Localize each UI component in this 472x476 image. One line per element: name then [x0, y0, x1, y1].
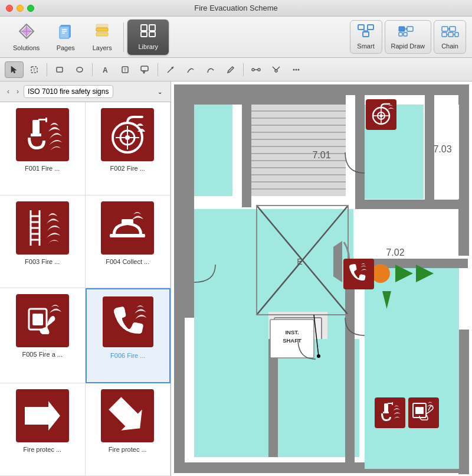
- svg-rect-158: [415, 407, 424, 414]
- layers-button[interactable]: Layers: [84, 19, 120, 55]
- list-item[interactable]: F004 Collect ...: [86, 195, 171, 289]
- library-button[interactable]: Library: [127, 19, 169, 55]
- svg-rect-14: [141, 32, 147, 37]
- svg-rect-98: [185, 95, 194, 207]
- list-item[interactable]: F002 Fire ...: [86, 102, 171, 195]
- curve-tool[interactable]: [201, 61, 220, 78]
- tools-divider-2: [92, 63, 93, 76]
- fire-sign-f006: [101, 295, 155, 348]
- svg-rect-13: [149, 25, 155, 31]
- solutions-button[interactable]: Solutions: [6, 19, 47, 55]
- svg-rect-62: [45, 118, 47, 122]
- more-tool[interactable]: [287, 61, 306, 78]
- svg-rect-11: [96, 24, 108, 27]
- maximize-button[interactable]: [27, 5, 34, 12]
- svg-rect-45: [141, 66, 148, 71]
- svg-rect-83: [103, 296, 153, 347]
- svg-rect-16: [358, 25, 364, 30]
- rect-tool[interactable]: [50, 61, 69, 78]
- list-item[interactable]: F001 Fire ...: [0, 102, 86, 195]
- arrow-tool[interactable]: [161, 61, 180, 78]
- svg-rect-23: [407, 27, 413, 31]
- minimize-button[interactable]: [17, 5, 24, 12]
- chain-button[interactable]: Chain: [434, 20, 466, 54]
- svg-rect-36: [455, 32, 458, 37]
- svg-rect-26: [399, 32, 402, 36]
- svg-point-57: [298, 69, 300, 70]
- svg-text:E: E: [297, 257, 302, 266]
- svg-point-54: [275, 70, 277, 72]
- tools-divider-1: [47, 63, 47, 76]
- pen-tool[interactable]: [221, 61, 240, 78]
- svg-rect-5: [60, 27, 69, 38]
- svg-rect-27: [404, 32, 407, 36]
- svg-rect-9: [96, 28, 108, 31]
- fire-sign-f002: [101, 108, 154, 161]
- chevron-down-icon: ⌄: [158, 89, 162, 95]
- pages-button[interactable]: Pages: [48, 19, 83, 55]
- icon-label-f002: F002 Fire ...: [110, 165, 145, 172]
- svg-rect-95: [355, 200, 464, 209]
- svg-rect-99: [185, 200, 194, 318]
- list-item[interactable]: F005 Fire a ...: [0, 288, 86, 383]
- drawing-tools-bar: T A T: [0, 58, 472, 81]
- svg-point-55: [293, 69, 295, 70]
- svg-rect-100: [242, 95, 251, 207]
- svg-rect-97: [185, 95, 346, 105]
- list-item[interactable]: Fire protec ...: [0, 383, 86, 477]
- svg-text:INST.: INST.: [285, 329, 299, 335]
- left-panel: ‹ › ISO 7010 fire safety signs ⌄: [0, 81, 171, 476]
- text-select-tool[interactable]: T: [25, 61, 44, 78]
- svg-text:T: T: [33, 67, 36, 73]
- svg-rect-92: [458, 84, 469, 256]
- svg-point-41: [77, 67, 83, 72]
- canvas-area[interactable]: E 7.01 7.02 7.03 INST. SHAFT: [171, 81, 472, 476]
- svg-rect-155: [392, 402, 393, 405]
- layers-icon: [94, 23, 110, 42]
- svg-rect-77: [101, 201, 154, 255]
- ellipse-tool[interactable]: [70, 61, 89, 78]
- icon-label-fp2: Fire protec ...: [109, 446, 147, 453]
- callout-tool[interactable]: [136, 61, 155, 78]
- svg-text:SHAFT: SHAFT: [283, 337, 301, 344]
- svg-point-50: [258, 69, 260, 71]
- list-item[interactable]: Fire protec ...: [86, 383, 171, 477]
- svg-rect-78: [110, 234, 145, 237]
- list-item[interactable]: F006 Fire ...: [86, 288, 171, 383]
- svg-point-49: [252, 69, 254, 71]
- text-block-tool[interactable]: T: [116, 61, 135, 78]
- svg-rect-124: [345, 282, 355, 469]
- window-title: Fire Evacuation Scheme: [194, 4, 278, 12]
- library-select-wrapper: ISO 7010 fire safety signs ⌄: [24, 85, 166, 98]
- smart-button[interactable]: Smart: [350, 20, 382, 54]
- nav-next-button[interactable]: ›: [14, 86, 21, 97]
- titlebar: Fire Evacuation Scheme: [0, 0, 472, 17]
- join-tool[interactable]: [267, 61, 286, 78]
- connect-tool[interactable]: [247, 61, 266, 78]
- svg-text:A: A: [103, 66, 108, 74]
- nav-prev-button[interactable]: ‹: [5, 86, 12, 97]
- icon-label-f003: F003 Fire ...: [25, 258, 60, 265]
- svg-point-56: [296, 69, 297, 70]
- svg-rect-31: [450, 28, 450, 30]
- svg-rect-10: [96, 32, 108, 36]
- svg-rect-82: [32, 314, 43, 325]
- svg-rect-15: [149, 32, 155, 37]
- rapid-draw-button[interactable]: Rapid Draw: [385, 20, 431, 54]
- fire-sign-arrow-right: [16, 389, 69, 442]
- svg-rect-12: [141, 25, 147, 31]
- svg-rect-79: [122, 219, 133, 224]
- line-tool[interactable]: [181, 61, 200, 78]
- svg-rect-153: [383, 412, 389, 413]
- svg-rect-32: [442, 32, 447, 37]
- svg-rect-151: [375, 397, 405, 428]
- select-tool[interactable]: [5, 61, 24, 78]
- library-select[interactable]: ISO 7010 fire safety signs: [24, 85, 113, 98]
- right-toolbar: Smart Rapid Draw: [350, 20, 466, 54]
- svg-text:7.01: 7.01: [312, 150, 330, 160]
- chain-label: Chain: [441, 43, 458, 50]
- close-button[interactable]: [6, 5, 13, 12]
- text-tool[interactable]: A: [96, 61, 114, 78]
- svg-rect-94: [355, 84, 365, 203]
- list-item[interactable]: F003 Fire ...: [0, 195, 86, 289]
